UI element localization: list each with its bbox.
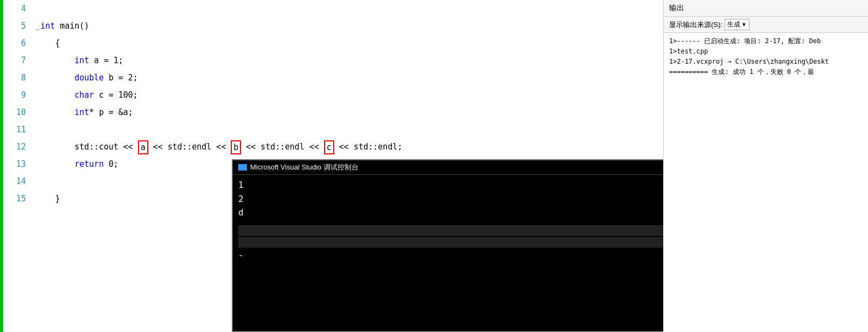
line-num-11: 11 [3,121,26,138]
line-num-12: 12 [3,138,26,155]
code-line-10: int* p = &a; [36,104,658,121]
main-container: 4 5 6 7 8 9 10 11 12 13 14 15 ⎯int main(… [0,0,868,332]
code-line-12: std::cout << a << std::endl << b << std:… [36,138,658,155]
console-icon [238,164,247,171]
line-num-14: 14 [3,173,26,190]
output-source-dropdown-value: 生成 [727,20,740,29]
highlighted-var-a: a [138,140,148,154]
line-num-4: 4 [3,0,26,17]
code-line-9: char c = 100; [36,86,658,104]
code-line-7: int a = 1; [36,52,658,69]
line-num-13: 13 [3,155,26,173]
endl-3: << std::endl; [334,142,402,152]
output-panel-title: 输出 [664,0,868,17]
highlighted-var-c: c [324,140,334,154]
ptr-decl: * p = &a; [89,107,133,117]
output-text-area: 1>------ 已启动生成: 项目: 2-17, 配置: Deb 1>test… [664,33,868,332]
output-panel: 输出 显示输出来源(S): 生成 ▼ 1>------ 已启动生成: 项目: 2… [663,0,868,332]
debug-console: Microsoft Visual Studio 调试控制台 1 2 d - [232,159,663,332]
highlighted-var-b: b [231,140,241,154]
code-line-4 [36,0,658,17]
output-line-3: ========== 生成: 成功 1 个，失败 0 个，最 [669,67,863,77]
line-num-8: 8 [3,69,26,86]
keyword-return: return [74,159,104,169]
console-output-2: 2 [238,192,663,206]
debug-console-titlebar: Microsoft Visual Studio 调试控制台 [233,160,663,175]
main-func-text: main() [55,21,89,31]
return-val: 0; [104,159,118,169]
line-num-7: 7 [3,52,26,69]
console-prompt: - [238,250,663,260]
keyword-int-7: int [74,56,89,65]
code-line-6: { [36,35,658,52]
var-a-decl: a = 1; [89,56,123,65]
line-num-9: 9 [3,86,26,104]
var-c-decl: c = 100; [94,90,137,100]
endl-2: << std::endl << [241,142,324,152]
debug-console-title: Microsoft Visual Studio 调试控制台 [250,162,359,172]
keyword-char: char [74,90,94,100]
cout-text: std::cout << [74,142,137,152]
output-source-dropdown[interactable]: 生成 ▼ [725,19,749,30]
output-line-1: 1>test.cpp [669,46,863,56]
code-line-8: double b = 2; [36,69,658,86]
output-source-row: 显示输出来源(S): 生成 ▼ [664,17,868,33]
open-brace: { [55,38,60,48]
endl-1: << std::endl << [148,142,231,152]
code-line-11 [36,121,658,138]
code-line-5: ⎯int main() [36,17,658,35]
line-num-6: 6 [3,35,26,52]
var-b-decl: b = 2; [104,73,137,83]
line-numbers: 4 5 6 7 8 9 10 11 12 13 14 15 [3,0,30,332]
line-num-10: 10 [3,104,26,121]
collapse-icon-5: ⎯ [36,23,39,30]
keyword-double: double [74,73,104,83]
console-output-1: 1 [238,178,663,192]
line-num-5: 5 [3,17,26,35]
console-blurred-row-2 [238,237,663,248]
keyword-int-5: int [40,21,55,31]
close-brace: } [55,194,60,204]
keyword-int-ptr: int [74,107,89,117]
code-editor-panel: 4 5 6 7 8 9 10 11 12 13 14 15 ⎯int main(… [0,0,663,332]
console-blurred-row-1 [238,225,663,236]
console-output-3: d [238,206,663,220]
dropdown-arrow-icon: ▼ [741,22,747,28]
line-num-15: 15 [3,190,26,207]
debug-console-body: 1 2 d - [233,175,663,331]
output-source-label: 显示输出来源(S): [669,20,722,30]
output-line-0: 1>------ 已启动生成: 项目: 2-17, 配置: Deb [669,36,863,46]
output-line-2: 1>2-17.vcxproj → C:\Users\zhangxing\Desk… [669,57,863,66]
